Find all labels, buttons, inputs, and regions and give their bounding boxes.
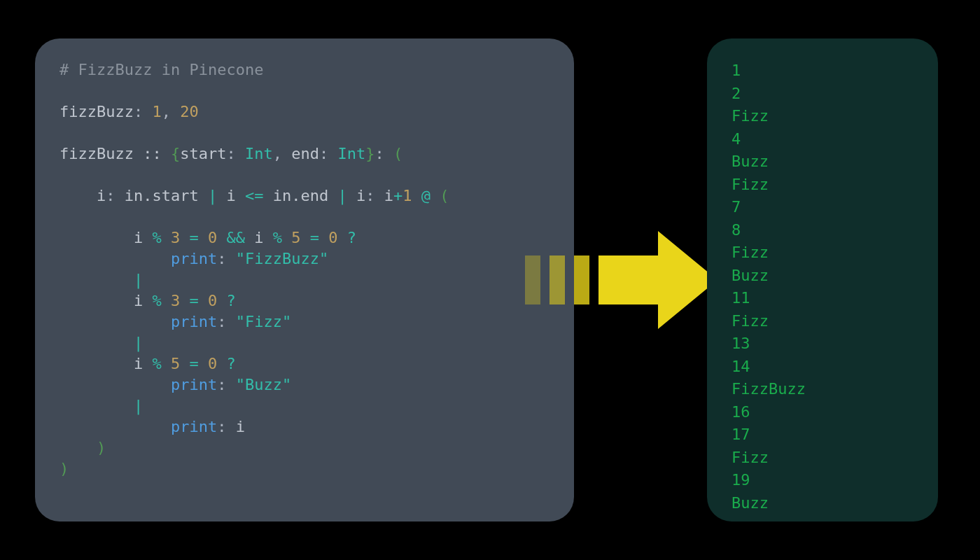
code-comment: # FizzBuzz in Pinecone: [59, 61, 263, 78]
svg-rect-2: [574, 255, 589, 304]
output-block: 1 2 Fizz 4 Buzz Fizz 7 8 Fizz Buzz 11 Fi…: [732, 59, 913, 514]
arrow-icon: [525, 224, 721, 336]
code-panel: # FizzBuzz in Pinecone fizzBuzz: 1, 20 f…: [35, 38, 574, 522]
svg-rect-1: [550, 255, 565, 304]
code-ident: fizzBuzz: [59, 103, 134, 120]
stage: # FizzBuzz in Pinecone fizzBuzz: 1, 20 f…: [0, 0, 980, 560]
output-panel: 1 2 Fizz 4 Buzz Fizz 7 8 Fizz Buzz 11 Fi…: [707, 38, 938, 522]
code-block: # FizzBuzz in Pinecone fizzBuzz: 1, 20 f…: [59, 59, 550, 479]
svg-rect-0: [525, 255, 540, 304]
